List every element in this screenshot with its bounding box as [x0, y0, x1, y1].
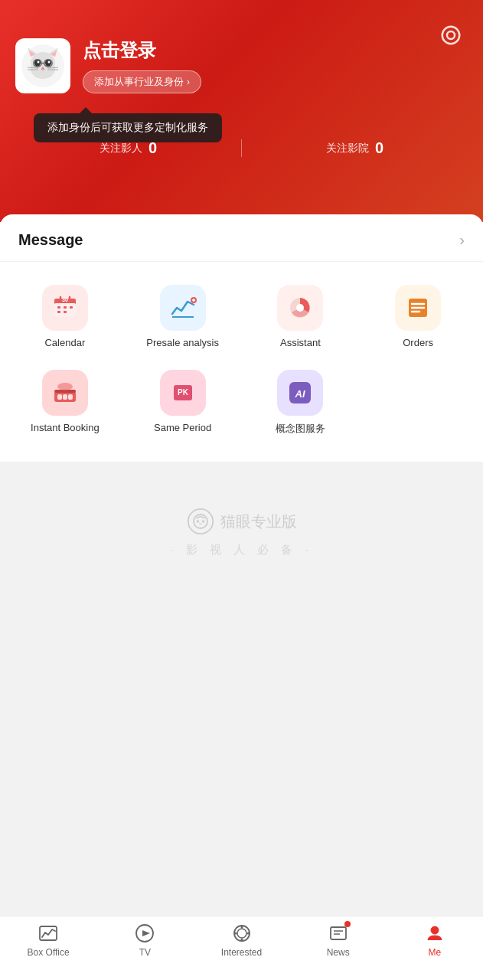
svg-rect-44	[68, 394, 73, 400]
svg-rect-63	[331, 927, 346, 939]
settings-icon[interactable]	[437, 21, 465, 49]
svg-rect-22	[54, 303, 76, 317]
brand-subtitle: · 影 视 人 必 备 ·	[170, 543, 312, 557]
orders-icon	[404, 294, 432, 322]
same-period-icon-bg: PK	[160, 370, 206, 416]
ai-service-icon-bg: AI	[277, 370, 323, 416]
login-text[interactable]: 点击登录	[83, 38, 201, 63]
user-row: 点击登录 添加从事行业及身份 ›	[15, 38, 468, 93]
svg-marker-56	[142, 930, 150, 936]
follow-cinemas-stat[interactable]: 关注影院 0	[242, 139, 468, 157]
watermark-area: 猫眼专业版 · 影 视 人 必 备 ·	[0, 508, 483, 557]
header: 点击登录 添加从事行业及身份 › 添加身份后可获取更多定制化服务 关注影人 0 …	[0, 0, 483, 222]
svg-point-9	[38, 61, 40, 64]
tv-label: TV	[139, 947, 151, 958]
svg-rect-25	[70, 306, 73, 309]
chevron-right-icon: ›	[187, 77, 190, 87]
instant-booking-icon-bg	[42, 370, 88, 416]
svg-rect-27	[64, 311, 67, 313]
svg-rect-26	[57, 311, 60, 313]
ai-service-label: 概念图服务	[276, 422, 325, 436]
orders-label: Orders	[403, 337, 433, 348]
svg-point-60	[240, 939, 243, 941]
icons-grid-3: Instant Booking PK Same Period AI 概念图服务	[0, 359, 483, 446]
svg-text:PK: PK	[178, 388, 189, 397]
same-period-icon-item[interactable]: PK Same Period	[124, 359, 242, 446]
assistant-label: Assistant	[280, 337, 321, 348]
svg-rect-43	[63, 394, 67, 400]
nav-item-tv[interactable]: TV	[96, 923, 193, 958]
calendar-label: Calendar	[44, 337, 85, 348]
message-row[interactable]: Message ›	[0, 214, 483, 262]
svg-point-53	[201, 520, 204, 523]
svg-point-52	[196, 520, 199, 523]
user-info: 点击登录 添加从事行业及身份 ›	[83, 38, 201, 93]
interested-icon	[231, 923, 253, 944]
svg-point-61	[234, 933, 237, 935]
calendar-icon-item[interactable]: 30 Calendar	[6, 274, 124, 359]
assistant-icon-item[interactable]: Assistant	[242, 274, 360, 359]
bottom-nav: Box Office TV Interested	[0, 916, 483, 980]
tooltip: 添加身份后可获取更多定制化服务	[34, 113, 222, 142]
svg-point-58	[237, 929, 246, 938]
svg-rect-23	[57, 306, 60, 309]
industry-button[interactable]: 添加从事行业及身份 ›	[83, 70, 201, 93]
svg-rect-24	[64, 306, 67, 309]
same-period-label: Same Period	[154, 422, 211, 433]
watermark-logo: 猫眼专业版	[187, 508, 297, 535]
avatar-cat-icon	[20, 43, 66, 89]
assistant-icon-bg	[277, 285, 323, 331]
calendar-icon-bg: 30	[42, 285, 88, 331]
me-label: Me	[429, 947, 442, 958]
calendar-icon: 30	[51, 294, 79, 322]
svg-point-10	[48, 61, 51, 64]
message-chevron-icon: ›	[459, 231, 465, 249]
nav-item-me[interactable]: Me	[387, 923, 483, 958]
me-icon	[424, 923, 445, 944]
svg-text:AI: AI	[295, 388, 305, 400]
assistant-icon	[286, 294, 314, 322]
svg-point-62	[246, 933, 249, 935]
svg-point-50	[188, 509, 212, 534]
news-badge-dot	[344, 921, 351, 927]
same-period-icon: PK	[169, 379, 197, 407]
instant-booking-icon	[51, 379, 79, 407]
nav-item-news[interactable]: News	[290, 923, 387, 958]
orders-icon-bg	[395, 285, 441, 331]
presale-icon-item[interactable]: Presale analysis	[124, 274, 242, 359]
card-section: Message › 30	[0, 214, 483, 462]
main-content: 猫眼专业版 · 影 视 人 必 备 ·	[0, 508, 483, 814]
icons-grid: 30 Calendar Presale analysis	[0, 262, 483, 359]
brand-logo-icon	[187, 508, 214, 535]
brand-name: 猫眼专业版	[220, 511, 297, 532]
tv-icon	[134, 923, 155, 944]
ai-service-icon: AI	[286, 379, 314, 407]
presale-label: Presale analysis	[146, 337, 219, 348]
svg-rect-54	[40, 926, 57, 940]
news-icon	[328, 923, 349, 944]
avatar[interactable]	[15, 38, 70, 93]
message-label: Message	[18, 231, 83, 249]
interested-label: Interested	[221, 947, 262, 958]
instant-booking-label: Instant Booking	[31, 422, 100, 433]
ai-service-icon-item[interactable]: AI 概念图服务	[242, 359, 360, 446]
presale-icon-bg	[160, 285, 206, 331]
nav-item-box-office[interactable]: Box Office	[0, 923, 96, 958]
box-office-label: Box Office	[28, 947, 70, 958]
svg-point-66	[431, 926, 439, 934]
box-office-icon	[38, 923, 59, 944]
svg-point-35	[296, 304, 304, 312]
svg-point-59	[240, 926, 243, 929]
instant-booking-icon-item[interactable]: Instant Booking	[6, 359, 124, 446]
svg-text:30: 30	[62, 297, 68, 302]
orders-icon-item[interactable]: Orders	[359, 274, 477, 359]
presale-icon	[169, 294, 197, 322]
svg-rect-42	[57, 394, 62, 400]
svg-point-45	[57, 383, 73, 390]
nav-item-interested[interactable]: Interested	[193, 923, 289, 958]
news-label: News	[327, 947, 350, 958]
